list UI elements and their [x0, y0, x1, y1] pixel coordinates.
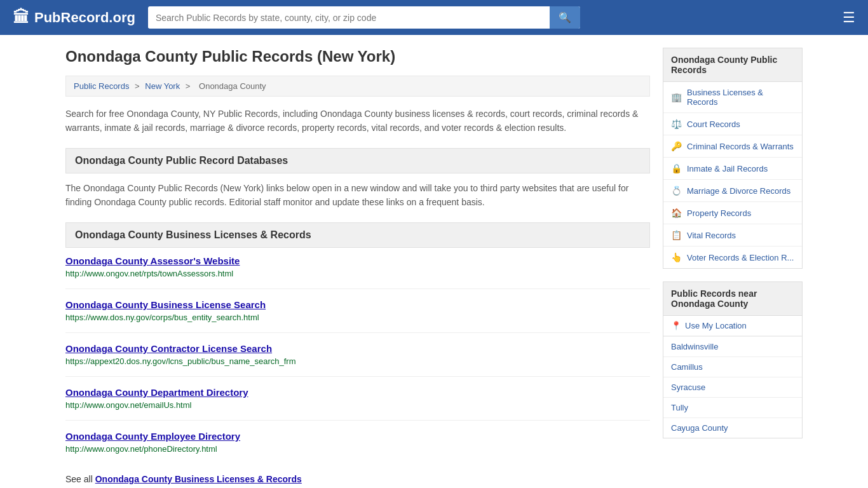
breadcrumb-current: Onondaga County — [199, 81, 266, 91]
search-button[interactable]: 🔍 — [550, 6, 580, 29]
breadcrumb-separator-1: > — [135, 81, 142, 91]
list-item: Cayuga County — [663, 418, 802, 438]
record-link-1[interactable]: Onondaga County Business License Search — [65, 299, 650, 310]
house-icon: 🏠 — [671, 208, 682, 218]
sidebar-link-property[interactable]: 🏠 Property Records — [663, 202, 802, 224]
business-section-header: Onondaga County Business Licenses & Reco… — [65, 222, 650, 248]
main-container: Onondaga County Public Records (New York… — [53, 35, 815, 488]
page-title: Onondaga County Public Records (New York… — [65, 48, 650, 65]
record-url-0: http://www.ongov.net/rpts/townAssessors.… — [65, 269, 233, 278]
nearby-link-tully[interactable]: Tully — [663, 398, 802, 417]
logo-icon: 🏛 — [13, 8, 29, 27]
breadcrumb-separator-2: > — [186, 81, 193, 91]
search-icon: 🔍 — [559, 12, 571, 23]
see-all-link[interactable]: Onondaga County Business Licenses & Reco… — [95, 474, 302, 484]
list-item: 🏠 Property Records — [663, 202, 802, 224]
sidebar-label-marriage: Marriage & Divorce Records — [687, 186, 790, 196]
sidebar-label-vital: Vital Records — [687, 231, 736, 240]
nearby-link-camillus[interactable]: Camillus — [663, 357, 802, 377]
record-entry-1: Onondaga County Business License Search … — [65, 299, 650, 333]
list-item: Tully — [663, 398, 802, 418]
county-section-title: Onondaga County Public Records — [663, 48, 803, 82]
see-all: See all Onondaga County Business License… — [65, 474, 650, 484]
list-item: 🔑 Criminal Records & Warrants — [663, 135, 802, 158]
record-url-3: http://www.ongov.net/emailUs.html — [65, 400, 191, 410]
nearby-links-list: 📍 Use My Location Baldwinsville Camillus… — [663, 316, 803, 438]
nearby-link-baldwinsville[interactable]: Baldwinsville — [663, 337, 802, 356]
nearby-link-cayuga[interactable]: Cayuga County — [663, 418, 802, 438]
record-link-3[interactable]: Onondaga County Department Directory — [65, 387, 650, 398]
search-bar: 🔍 — [148, 6, 580, 29]
sidebar-label-voter: Voter Records & Election R... — [687, 253, 794, 262]
list-item: 📋 Vital Records — [663, 224, 802, 247]
breadcrumb: Public Records > New York > Onondaga Cou… — [65, 76, 650, 97]
record-url-4: http://www.ongov.net/phoneDirectory.html — [65, 444, 217, 454]
nearby-link-syracuse[interactable]: Syracuse — [663, 377, 802, 397]
list-item: ⚖️ Court Records — [663, 113, 802, 135]
lock-icon: 🔒 — [671, 163, 682, 173]
list-item: Baldwinsville — [663, 337, 802, 357]
logo-text: PubRecord.org — [34, 10, 135, 26]
databases-description: The Onondaga County Public Records (New … — [65, 181, 650, 210]
sidebar-label-property: Property Records — [687, 208, 751, 218]
logo[interactable]: 🏛 PubRecord.org — [13, 8, 135, 27]
county-records-section: Onondaga County Public Records 🏢 Busines… — [663, 48, 803, 269]
record-entry-0: Onondaga County Assessor's Website http:… — [65, 255, 650, 289]
sidebar-link-inmate[interactable]: 🔒 Inmate & Jail Records — [663, 158, 802, 179]
use-location-item[interactable]: 📍 Use My Location — [663, 316, 802, 336]
list-item: Syracuse — [663, 377, 802, 398]
county-links-list: 🏢 Business Licenses & Records ⚖️ Court R… — [663, 82, 803, 269]
search-input[interactable] — [148, 8, 550, 28]
record-url-2: https://appext20.dos.ny.gov/lcns_public/… — [65, 356, 296, 366]
rings-icon: 💍 — [671, 186, 682, 196]
sidebar-label-criminal: Criminal Records & Warrants — [687, 142, 794, 151]
sidebar-label-inmate: Inmate & Jail Records — [687, 164, 768, 173]
sidebar: Onondaga County Public Records 🏢 Busines… — [663, 48, 803, 484]
finger-icon: 👆 — [671, 252, 682, 262]
clipboard-icon: 📋 — [671, 230, 682, 240]
record-entry-4: Onondaga County Employee Directory http:… — [65, 431, 650, 464]
list-item: 💍 Marriage & Divorce Records — [663, 180, 802, 202]
intro-text: Search for free Onondaga County, NY Publ… — [65, 107, 650, 135]
sidebar-link-criminal[interactable]: 🔑 Criminal Records & Warrants — [663, 135, 802, 157]
building-icon: 🏢 — [671, 92, 682, 102]
sidebar-link-vital[interactable]: 📋 Vital Records — [663, 224, 802, 246]
record-entry-2: Onondaga County Contractor License Searc… — [65, 343, 650, 377]
header: 🏛 PubRecord.org 🔍 ☰ — [0, 0, 868, 35]
databases-section-header: Onondaga County Public Record Databases — [65, 148, 650, 173]
record-url-1: https://www.dos.ny.gov/corps/bus_entity_… — [65, 313, 259, 322]
key-icon: 🔑 — [671, 141, 682, 151]
record-link-2[interactable]: Onondaga County Contractor License Searc… — [65, 343, 650, 354]
records-list: Onondaga County Assessor's Website http:… — [65, 255, 650, 464]
list-item: 👆 Voter Records & Election R... — [663, 247, 802, 268]
menu-icon[interactable]: ☰ — [843, 10, 855, 26]
use-location-label: Use My Location — [685, 321, 747, 330]
breadcrumb-new-york[interactable]: New York — [145, 81, 180, 91]
record-link-0[interactable]: Onondaga County Assessor's Website — [65, 255, 650, 266]
sidebar-link-court[interactable]: ⚖️ Court Records — [663, 113, 802, 135]
sidebar-link-business[interactable]: 🏢 Business Licenses & Records — [663, 82, 802, 112]
sidebar-link-voter[interactable]: 👆 Voter Records & Election R... — [663, 247, 802, 268]
location-icon: 📍 — [671, 321, 681, 330]
record-link-4[interactable]: Onondaga County Employee Directory — [65, 431, 650, 442]
sidebar-link-marriage[interactable]: 💍 Marriage & Divorce Records — [663, 180, 802, 201]
list-item: 🏢 Business Licenses & Records — [663, 82, 802, 113]
content-area: Onondaga County Public Records (New York… — [65, 48, 650, 484]
scales-icon: ⚖️ — [671, 119, 682, 129]
list-item: Camillus — [663, 357, 802, 377]
list-item-use-location: 📍 Use My Location — [663, 316, 802, 337]
sidebar-label-business: Business Licenses & Records — [687, 88, 794, 107]
record-entry-3: Onondaga County Department Directory htt… — [65, 387, 650, 421]
list-item: 🔒 Inmate & Jail Records — [663, 158, 802, 180]
see-all-label: See all — [65, 474, 95, 484]
breadcrumb-public-records[interactable]: Public Records — [74, 81, 129, 91]
nearby-section-title: Public Records near Onondaga County — [663, 281, 803, 316]
sidebar-label-court: Court Records — [687, 119, 740, 129]
nearby-section: Public Records near Onondaga County 📍 Us… — [663, 281, 803, 438]
